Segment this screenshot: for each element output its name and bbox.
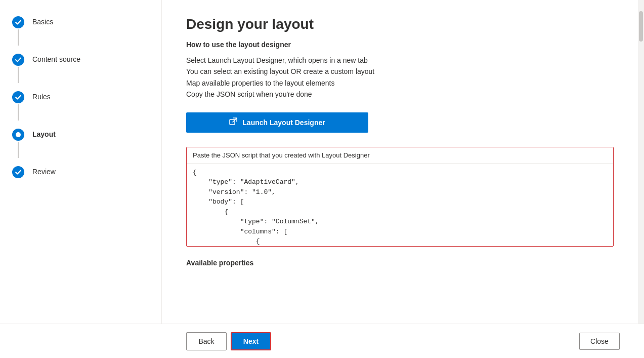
step-circle-basics [12, 16, 24, 28]
step-connector-4 [18, 142, 19, 158]
check-icon-3 [15, 94, 22, 101]
step-label-rules: Rules [32, 91, 51, 101]
json-label-bar: Paste the JSON script that you created w… [187, 147, 613, 164]
close-button[interactable]: Close [579, 333, 620, 350]
step-indicator-rules [12, 91, 24, 121]
sidebar-step-rules[interactable]: Rules [0, 87, 161, 125]
sidebar-step-basics[interactable]: Basics [0, 12, 161, 50]
json-section: Paste the JSON script that you created w… [186, 147, 614, 247]
step-label-content-source: Content source [32, 54, 80, 63]
scrollbar-space [638, 0, 644, 10]
content-with-scroll: Design your layout How to use the layout… [162, 0, 644, 324]
sidebar-step-content-source[interactable]: Content source [0, 50, 161, 87]
step-circle-layout [12, 129, 24, 141]
active-dot [16, 132, 21, 137]
step-circle-review [12, 166, 24, 178]
page-title: Design your layout [186, 16, 614, 32]
launch-layout-designer-button[interactable]: Launch Layout Designer [186, 112, 368, 133]
step-indicator-layout [12, 129, 24, 158]
json-placeholder-label: Paste the JSON script that you created w… [193, 151, 370, 159]
check-icon-2 [15, 56, 22, 63]
check-icon [15, 19, 22, 26]
check-icon-4 [15, 169, 22, 176]
step-connector-2 [18, 67, 19, 83]
footer-left: Back Next [186, 332, 575, 350]
instructions-list: Select Launch Layout Designer, which ope… [186, 55, 614, 100]
how-to-heading: How to use the layout designer [186, 41, 614, 49]
step-connector [18, 29, 19, 46]
sidebar-step-review[interactable]: Review [0, 162, 161, 182]
step-connector-3 [18, 104, 19, 121]
available-properties-heading: Available properties [186, 259, 614, 267]
step-indicator-content-source [12, 54, 24, 83]
launch-icon [229, 117, 237, 128]
sidebar-step-layout[interactable]: Layout [0, 125, 161, 162]
step-circle-rules [12, 91, 24, 103]
json-container: Paste the JSON script that you created w… [186, 147, 614, 247]
instruction-1: Select Launch Layout Designer, which ope… [186, 55, 614, 66]
step-label-basics: Basics [32, 16, 53, 26]
json-textarea[interactable] [187, 164, 613, 245]
step-indicator-basics [12, 16, 24, 46]
sidebar: Basics Content source [0, 0, 162, 324]
footer-right: Close [579, 333, 620, 350]
instruction-4: Copy the JSON script when you're done [186, 89, 614, 100]
step-indicator-review [12, 166, 24, 178]
step-label-layout: Layout [32, 129, 56, 138]
instruction-2: You can select an existing layout OR cre… [186, 66, 614, 77]
right-scrollbar[interactable] [638, 0, 644, 324]
back-button[interactable]: Back [186, 332, 227, 350]
step-circle-content-source [12, 54, 24, 66]
launch-button-label: Launch Layout Designer [242, 118, 325, 127]
step-label-review: Review [32, 166, 56, 176]
main-container: Basics Content source [0, 0, 644, 324]
external-link-icon [229, 117, 237, 126]
next-button[interactable]: Next [231, 332, 271, 350]
scrollbar-thumb[interactable] [639, 11, 643, 42]
footer: Back Next Close [0, 324, 644, 358]
instruction-3: Map available properties to the layout e… [186, 77, 614, 89]
content-area: Design your layout How to use the layout… [162, 0, 638, 324]
